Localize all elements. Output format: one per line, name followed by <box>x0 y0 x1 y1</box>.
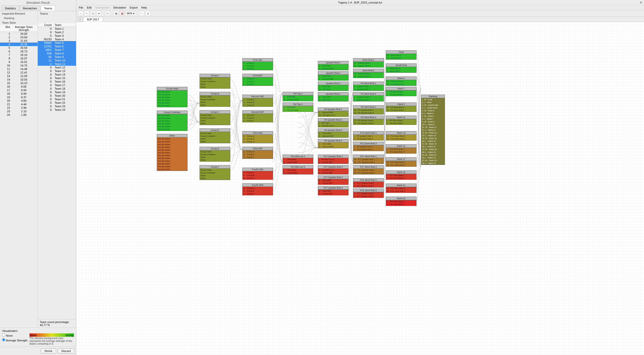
menu-simulation[interactable]: Simulation <box>113 6 126 9</box>
slot-row[interactable]: 241.00 <box>0 113 37 117</box>
bracket-node[interactable]: P17 Quarter-final 43. - Third DEF3. - Fo… <box>318 186 349 195</box>
bracket-node[interactable]: P9 Semi-final 2W - P9 Quarter-final 2W -… <box>353 116 384 125</box>
bracket-node[interactable]: Quarter-final 11. - First ABC1. - Second… <box>318 61 349 70</box>
bracket-node[interactable]: P21 Semi-final 2L - P17 Quarter-final 3L… <box>353 189 384 198</box>
menu-export[interactable]: Export <box>130 6 138 9</box>
team-row[interactable]: 56233Team 4 <box>38 38 76 41</box>
menu-help[interactable]: Help <box>141 6 147 9</box>
bracket-node[interactable]: OtherNot yet drawnNot yet drawnNot yet d… <box>157 134 187 171</box>
home-icon[interactable]: ⌂ <box>78 11 83 16</box>
menu-file[interactable]: File <box>79 6 83 9</box>
zoom-select[interactable]: 66% ▾ <box>126 11 136 16</box>
team-row[interactable]: 11Team 10 <box>38 59 76 62</box>
slot-row[interactable]: 178.93 <box>0 88 37 92</box>
bracket-node[interactable]: Fourth ABC4. - Group A4. - Group B4. - G… <box>242 168 273 180</box>
team-row[interactable]: 0Team 24 <box>38 108 76 112</box>
bracket-canvas[interactable]: Group HeadNot yet drawnNot yet drawnNot … <box>76 22 644 355</box>
bracket-node[interactable]: Third ABC3. - Group A3. - Group B3. - Gr… <box>242 131 273 143</box>
curve-icon[interactable]: 〰 <box>139 11 144 16</box>
team-row[interactable]: 0Team 2 <box>38 30 76 34</box>
col-slot[interactable]: Slot <box>1 25 11 31</box>
bracket-node[interactable]: Rank 7L - P5 Semi-final 1L - P5 Semi-fin… <box>386 87 416 96</box>
bracket-node[interactable]: Group DGroup HeadGroup ContesterOtherOth… <box>200 128 230 143</box>
bracket-node[interactable]: Quarter-final 42. - First DEFW - Pel Top… <box>318 92 349 101</box>
team-row[interactable]: 29562Team 5 <box>38 41 76 45</box>
slot-row[interactable]: 222.90 <box>0 106 37 110</box>
slot-row[interactable]: 321.83 <box>0 39 37 43</box>
bracket-node[interactable]: Semi-final 1W - Quarter-final 1W - Quart… <box>353 58 384 67</box>
clear-icon[interactable]: ⊘ <box>145 11 150 16</box>
slot-row[interactable]: 124.00 <box>0 32 37 36</box>
team-row[interactable]: 10701Team 6 <box>38 45 76 48</box>
bracket-node[interactable]: Rank 19L - P17 Semi-final 1L - P17 Semi-… <box>386 170 416 180</box>
shrink-button[interactable]: Shrink <box>41 348 56 353</box>
bracket-node[interactable]: P13 Semi-final 1L - P9 Quarter-final 1L … <box>353 131 384 140</box>
slot-row[interactable]: 1114.48 <box>0 67 37 71</box>
bracket-node[interactable]: Rank 9W - P9 Semi-final 1W - P9 Semi-fin… <box>386 102 416 112</box>
bracket-node[interactable]: Second ABC2. - Group A2. - Group B2. - G… <box>242 95 273 107</box>
bracket-node[interactable]: P21 Semi-final 1L - P17 Quarter-final 4L… <box>353 178 384 188</box>
bracket-node[interactable]: P17 Quarter-final 2L - Pel Mid-Low 12. -… <box>318 165 349 174</box>
tree-icon[interactable]: ⌬ <box>90 11 95 16</box>
slot-row[interactable]: 1312.59 <box>0 74 37 78</box>
bracket-node[interactable]: Rank 15L - P13 Semi-final 1L - P13 Semi-… <box>386 144 416 154</box>
slot-row[interactable]: 1510.23 <box>0 81 37 85</box>
slot-row[interactable]: 232.10 <box>0 110 37 113</box>
bracket-node[interactable]: Second DEF2. - Group D2. - Group E2. - G… <box>242 110 273 122</box>
bracket-node[interactable]: Rank 5W - P5 Semi-final 1W - P5 Semi-fin… <box>386 77 416 86</box>
doc-tab[interactable]: BJP 2017 <box>83 17 103 22</box>
bracket-node[interactable]: First ABC1. - Group A1. - Group B1. - Gr… <box>242 58 273 70</box>
team-row[interactable]: 0Team 15 <box>38 76 76 80</box>
slot-row[interactable]: 186.94 <box>0 92 37 95</box>
bracket-node[interactable]: P9 Quarter-final 42. - Third ABC3. - Sec… <box>318 139 349 148</box>
slot-row[interactable]: 1212.41 <box>0 71 37 74</box>
team-row[interactable]: 0Team 16 <box>38 80 76 83</box>
slot-row[interactable]: 1410.55 <box>0 78 37 81</box>
team-row[interactable]: 0Team 22 <box>38 101 76 104</box>
team-row[interactable]: 0Team 14 <box>38 73 76 76</box>
team-row[interactable]: 0Team 18 <box>38 87 76 90</box>
team-row[interactable]: 0Team 12 <box>38 66 76 69</box>
bracket-node[interactable]: First DEF1. - Group D1. - Group E1. - Gr… <box>242 74 273 86</box>
slot-row[interactable]: 223.00 <box>0 36 37 39</box>
cursor-icon[interactable]: ↖ <box>84 11 89 16</box>
team-row[interactable]: 0Team 13 <box>38 69 76 73</box>
bracket-node[interactable]: Semi-final 2W - Quarter-final 2W - Quart… <box>353 69 384 78</box>
bracket-node[interactable]: Pel Mid-Low 21. - Third DEF1. - Fourth A… <box>283 165 313 174</box>
bracket-node[interactable]: Fourth DEF4. - Group D4. - Group E4. - G… <box>242 183 273 195</box>
menu-edit[interactable]: Edit <box>87 6 92 9</box>
grid1-icon[interactable]: ▦ <box>113 11 119 16</box>
col-avg[interactable]: Average Team Strength <box>11 25 36 31</box>
slot-row[interactable]: 618.73 <box>0 50 37 53</box>
bracket-node[interactable]: Pel Top 13. - First ABC3. - Second DEF <box>283 92 313 101</box>
slot-row[interactable]: 204.68 <box>0 99 37 102</box>
refresh-icon[interactable]: ↻ <box>105 11 110 16</box>
add-tab-button[interactable]: + <box>78 17 82 22</box>
bracket-node[interactable]: Rank 21W - P21 Semi-final 1W - P21 Semi-… <box>386 184 416 193</box>
bracket-node[interactable]: P5 Semi-final 2L - Quarter-final 3L - Qu… <box>353 92 384 101</box>
slot-row[interactable]: 1014.75 <box>0 64 37 67</box>
team-row[interactable]: 0Team 3 <box>38 34 76 38</box>
bracket-node[interactable]: Rank 11L - P9 Semi-final 1L - P9 Semi-fi… <box>386 116 416 125</box>
bracket-node[interactable]: Quarter-final 32. - First ABCW - Pel Top… <box>318 82 349 91</box>
team-row[interactable]: 0Team 19 <box>38 90 76 94</box>
close-icon[interactable]: ✕ <box>639 1 642 5</box>
dialog-tab-rematches[interactable]: Rematches <box>20 6 40 11</box>
bracket-node[interactable]: Third DEF3. - Group D3. - Group E3. - Gr… <box>242 147 273 159</box>
team-row[interactable]: 4Team 11 <box>38 62 76 66</box>
slot-row[interactable]: 214.44 <box>0 102 37 106</box>
bracket-node[interactable]: FinalW - Semi-final 1W - Semi-final 2 <box>386 50 416 60</box>
team-row[interactable]: 0Team 20 <box>38 94 76 97</box>
dialog-tab-teams[interactable]: Teams <box>41 6 55 11</box>
bracket-node[interactable]: Group ContesterNot yet drawnNot yet draw… <box>157 111 187 131</box>
dialog-tab-statistics[interactable]: Statistics <box>2 6 19 11</box>
bracket-node[interactable]: Rank 17W - P17 Semi-final 1W - P17 Semi-… <box>386 157 416 167</box>
bracket-node[interactable]: Pel Top 23. - First DEF3. - Second ABC <box>283 102 313 112</box>
team-row[interactable]: 0Team 21 <box>38 97 76 101</box>
bracket-node[interactable]: Group CGroup HeadGroup ContesterOtherOth… <box>200 110 230 125</box>
link-icon[interactable]: ⇄ <box>96 11 101 16</box>
slot-row[interactable]: 168.05 <box>0 85 37 88</box>
team-row[interactable]: 0Team 23 <box>38 104 76 108</box>
bracket-node[interactable]: P17 Quarter-final 33. - Third ABC3. - Fo… <box>318 175 349 185</box>
team-row[interactable]: 2851Team 7 <box>38 48 76 52</box>
